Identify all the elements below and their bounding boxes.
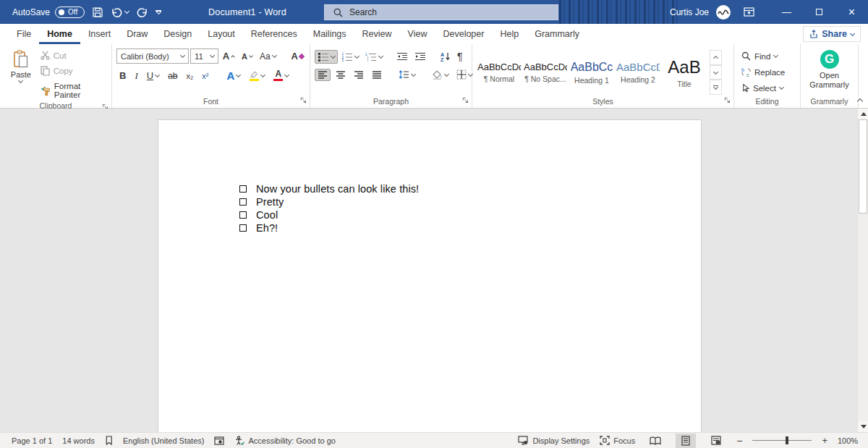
undo-button[interactable]: [111, 7, 129, 17]
bold-button[interactable]: B: [116, 68, 129, 83]
autosave-pill[interactable]: Off: [55, 7, 85, 18]
collapse-ribbon-button[interactable]: [858, 96, 862, 105]
focus-button[interactable]: Focus: [600, 436, 635, 445]
subscript-button[interactable]: x₂: [183, 69, 196, 83]
word-count[interactable]: 14 words: [62, 436, 95, 445]
style-heading-1[interactable]: AaBbCc Heading 1: [569, 50, 614, 95]
list-item[interactable]: Cool: [239, 208, 419, 221]
align-left-button[interactable]: [315, 69, 331, 81]
styles-scroll-up-button[interactable]: [710, 50, 722, 65]
copy-button[interactable]: Copy: [38, 64, 109, 78]
grow-font-button[interactable]: A: [220, 48, 237, 64]
font-dialog-launcher[interactable]: [300, 97, 307, 103]
open-grammarly-button[interactable]: G Open Grammarly: [801, 47, 858, 95]
vertical-scrollbar[interactable]: [857, 109, 868, 432]
tab-draw[interactable]: Draw: [119, 24, 156, 44]
scroll-up-button[interactable]: [858, 109, 868, 119]
select-button[interactable]: Select: [739, 81, 788, 95]
share-button[interactable]: Share: [803, 26, 861, 42]
tab-developer[interactable]: Developer: [435, 24, 492, 44]
paste-chevron[interactable]: [18, 78, 23, 83]
show-formatting-button[interactable]: ¶: [454, 48, 466, 64]
style-heading-2[interactable]: AaBbCcD Heading 2: [616, 50, 660, 95]
styles-dialog-launcher[interactable]: [724, 97, 731, 103]
underline-button[interactable]: U: [144, 68, 162, 83]
font-color-chevron[interactable]: [284, 72, 289, 77]
tab-layout[interactable]: Layout: [200, 24, 243, 44]
list-item[interactable]: Pretty: [239, 195, 419, 208]
styles-gallery-more-button[interactable]: [710, 80, 722, 95]
strikethrough-button[interactable]: ab: [165, 69, 180, 83]
list-item[interactable]: Eh?!: [239, 221, 419, 234]
numbering-button[interactable]: 123: [339, 50, 362, 64]
line-spacing-chevron[interactable]: [411, 71, 416, 76]
redo-button[interactable]: [136, 7, 148, 17]
proofing-status-button[interactable]: [105, 436, 113, 445]
bullets-chevron[interactable]: [331, 53, 336, 58]
highlight-chevron[interactable]: [260, 72, 265, 77]
bullets-button[interactable]: [315, 50, 338, 64]
decrease-indent-button[interactable]: [393, 50, 411, 63]
tab-file[interactable]: File: [9, 24, 39, 44]
tab-design[interactable]: Design: [156, 24, 200, 44]
read-mode-button[interactable]: [645, 434, 665, 448]
document-page[interactable]: Now your bullets can look like this! Pre…: [158, 119, 702, 432]
search-box[interactable]: Search: [324, 4, 558, 20]
zoom-level[interactable]: 100%: [838, 436, 862, 445]
zoom-in-button[interactable]: +: [822, 435, 827, 446]
undo-dropdown-chevron[interactable]: [124, 8, 129, 13]
list-item[interactable]: Now your bullets can look like this!: [239, 182, 419, 195]
increase-indent-button[interactable]: [412, 50, 429, 63]
sort-button[interactable]: AZ: [437, 49, 454, 64]
close-button[interactable]: ×: [835, 0, 868, 24]
change-case-button[interactable]: Aa: [257, 49, 279, 64]
ribbon-display-options-button[interactable]: [744, 7, 754, 17]
shading-chevron[interactable]: [444, 71, 449, 76]
paste-button[interactable]: Paste: [4, 47, 38, 101]
accessibility-status[interactable]: Accessibility: Good to go: [234, 436, 335, 445]
zoom-slider[interactable]: [752, 440, 812, 441]
macro-recording-button[interactable]: [214, 436, 224, 445]
clear-formatting-button[interactable]: A: [289, 48, 307, 64]
multilevel-chevron[interactable]: [378, 53, 383, 58]
shrink-font-button[interactable]: A: [239, 50, 255, 63]
line-spacing-button[interactable]: [396, 68, 418, 81]
minimize-button[interactable]: —: [770, 0, 803, 24]
tab-view[interactable]: View: [400, 24, 435, 44]
style-no-spacing[interactable]: AaBbCcDd ¶ No Spac...: [523, 50, 568, 95]
align-right-button[interactable]: [351, 69, 367, 81]
zoom-out-button[interactable]: −: [736, 435, 742, 447]
tab-home[interactable]: Home: [39, 24, 80, 44]
share-chevron[interactable]: [850, 30, 855, 35]
tab-help[interactable]: Help: [492, 24, 527, 44]
print-layout-button[interactable]: [676, 434, 696, 448]
language-indicator[interactable]: English (United States): [123, 436, 205, 445]
zoom-slider-thumb[interactable]: [786, 436, 788, 444]
tab-insert[interactable]: Insert: [80, 24, 119, 44]
text-effects-button[interactable]: A: [224, 67, 243, 84]
paragraph-dialog-launcher[interactable]: [462, 97, 469, 103]
page-indicator[interactable]: Page 1 of 1: [12, 436, 52, 445]
italic-button[interactable]: I: [132, 68, 140, 84]
cut-button[interactable]: Cut: [38, 48, 109, 62]
style-normal[interactable]: AaBbCcDd ¶ Normal: [477, 50, 522, 95]
multilevel-list-button[interactable]: 1ii: [362, 50, 386, 64]
align-center-button[interactable]: [333, 69, 349, 81]
find-button[interactable]: Find: [739, 49, 788, 63]
tab-grammarly[interactable]: Grammarly: [527, 24, 587, 44]
user-avatar[interactable]: [716, 5, 731, 20]
display-settings-button[interactable]: Display Settings: [518, 436, 590, 445]
font-family-select[interactable]: Calibri (Body): [116, 48, 189, 64]
web-layout-button[interactable]: [706, 434, 726, 448]
replace-button[interactable]: bc Replace: [739, 65, 788, 79]
styles-scroll-down-button[interactable]: [710, 65, 722, 80]
text-effects-chevron[interactable]: [236, 72, 241, 77]
highlight-button[interactable]: [246, 68, 268, 83]
user-name[interactable]: Curtis Joe: [670, 7, 709, 17]
scrollbar-thumb[interactable]: [859, 119, 867, 214]
tab-references[interactable]: References: [243, 24, 305, 44]
maximize-button[interactable]: [803, 0, 835, 24]
superscript-button[interactable]: x²: [199, 69, 211, 83]
tab-mailings[interactable]: Mailings: [305, 24, 354, 44]
tab-review[interactable]: Review: [354, 24, 400, 44]
